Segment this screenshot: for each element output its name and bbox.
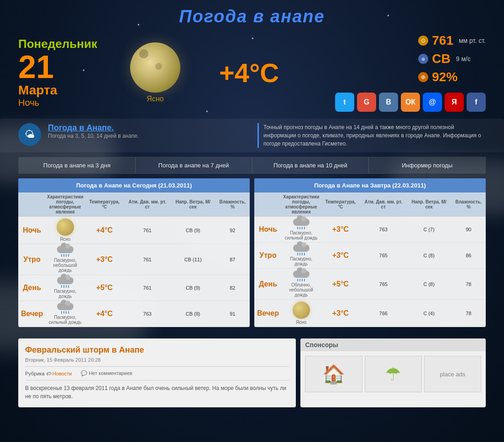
house-icon: 🏠 [322, 364, 345, 385]
icon-cell: Ясно [46, 217, 84, 244]
humidity-cell: 87 [215, 244, 250, 275]
umbrella-icon: ☂ [385, 364, 401, 385]
sponsors-title: Спонсоры [300, 338, 486, 351]
table-row: Вечер Ясно +3°C 766 С (4) 78 [254, 300, 486, 327]
temp-cell: +3°C [320, 300, 360, 327]
month-name: Марта [18, 83, 110, 98]
sponsor-house[interactable]: 🏠 [305, 356, 362, 392]
sponsors-grid: 🏠 ☂ place ads [305, 356, 481, 392]
logo-title[interactable]: Погода в Анапе. [48, 123, 248, 133]
metrics-block: ⊙ 761 мм рт. ст. ⊛ СВ 9 м/с ⊕ 92% [418, 33, 486, 84]
bottom-section: Февральский шторм в Анапе Вторник, 15 Фе… [0, 332, 504, 414]
condition-cell: Ясно [284, 320, 318, 325]
nav-10days[interactable]: Погода в анапе на 10 дней [252, 157, 369, 173]
wind-cell: СВ (9) [170, 275, 215, 301]
news-meta-row: Рубрика 🏷 Новости 💬 Нет комментариев [25, 370, 289, 376]
humidity-cell: 86 [452, 243, 486, 269]
pressure-row: ⊙ 761 мм рт. ст. [418, 33, 486, 48]
vk-button[interactable]: В [379, 93, 398, 112]
humidity-row: ⊕ 92% [418, 70, 486, 84]
wind-cell: С (8) [406, 243, 451, 269]
table-row: Ночь Пасмурно, сильный дождь +3°C 763 С … [254, 217, 486, 243]
tomorrow-table: Характеристики погоды, атмосферные явлен… [254, 192, 486, 327]
logo-subtitle: Погода на 3, 5, 10, 14 дней в анапе. [48, 133, 248, 139]
table-row: Утро Пасмурно, дождь +3°C 765 С (8) 86 [254, 243, 486, 269]
news-category-icon: 🏷 [46, 371, 52, 376]
humidity-icon: ⊕ [418, 72, 428, 82]
news-title[interactable]: Февральский шторм в Анапе [25, 345, 289, 355]
wind-cell: С (4) [406, 300, 451, 327]
condition-cell: Пасмурно, дождь [284, 256, 318, 266]
twitter-button[interactable]: t [335, 93, 354, 112]
wind-cell: С (7) [406, 217, 451, 243]
period-cell: Вечер [254, 300, 282, 327]
col-wind: Напр. Ветра, М/сек [170, 192, 215, 217]
temp-cell: +4°C [84, 301, 124, 327]
period-cell: Ночь [18, 217, 46, 244]
col-humidity: Влажность, % [215, 192, 250, 217]
pressure-cell: 761 [124, 244, 170, 275]
news-category-link[interactable]: Новости [52, 371, 72, 376]
google-button[interactable]: G [357, 93, 376, 112]
condition-cell: Ясно [48, 237, 82, 242]
pressure-cell: 761 [124, 275, 170, 301]
col-pressure: Атм. Дав. мм. рт. ст [124, 192, 170, 217]
col-characteristics: Характеристики погоды, атмосферные явлен… [282, 192, 320, 217]
table-row: День Облачно, небольшой дождь +5°C 765 С… [254, 269, 486, 300]
page-header: Погода в анапе [0, 0, 504, 29]
icon-cell: Пасмурно, дождь [46, 275, 84, 301]
icon-cell: Пасмурно, сильный дождь [46, 301, 84, 327]
weather-tables: Погода в Анапе на Сегодня (21.03.2011) Х… [0, 178, 504, 327]
pressure-cell: 761 [124, 217, 170, 244]
period-cell: День [18, 275, 46, 301]
condition-cell: Пасмурно, сильный дождь [48, 315, 82, 325]
weather-summary: Понедельник 21 Марта Ночь Ясно +4°C ⊙ 76… [0, 29, 504, 116]
nav-informer[interactable]: Информер погоды [369, 157, 485, 173]
news-divider [25, 366, 289, 367]
temp-cell: +5°C [320, 269, 360, 300]
news-text: В воскресенье 13 февраля 2011 года в Ана… [25, 384, 289, 400]
wind-cell: СВ (11) [170, 244, 215, 275]
col-temp: Температура, °С [84, 192, 124, 217]
period-cell: Ночь [254, 217, 282, 243]
col-period [18, 192, 46, 217]
col-period [254, 192, 282, 217]
day-number: 21 [18, 51, 110, 83]
sponsor-umbrella[interactable]: ☂ [365, 356, 422, 392]
site-description: 🌤 Погода в Анапе. Погода на 3, 5, 10, 14… [0, 119, 504, 152]
sponsors-block: Спонсоры 🏠 ☂ place ads [300, 338, 486, 407]
temp-cell: +3°C [320, 217, 360, 243]
tomorrow-card-title: Погода в Анапе на Завтра (22.03.2011) [254, 178, 486, 192]
nav-3days[interactable]: Погода в анапе на 3 дня [19, 157, 136, 173]
yandex-button[interactable]: Я [445, 93, 464, 112]
logo-text: Погода в Анапе. Погода на 3, 5, 10, 14 д… [48, 123, 248, 139]
icon-cell: Пасмурно, небольшой дождь [46, 244, 84, 275]
temp-cell: +5°C [84, 275, 124, 301]
col-characteristics: Характеристики погоды, атмосферные явлен… [46, 192, 84, 217]
temp-cell: +3°C [84, 244, 124, 275]
period-cell: Вечер [18, 301, 46, 327]
col-humidity: Влажность, % [452, 192, 486, 217]
mail-button[interactable]: @ [423, 93, 442, 112]
moon-display: Ясно [123, 41, 187, 104]
main-condition: Ясно [130, 95, 180, 103]
comment-icon: 💬 [81, 370, 89, 376]
humidity-cell: 91 [215, 301, 250, 327]
humidity-cell: 78 [452, 300, 486, 327]
news-date: Вторник, 15 Февраль 2011 20:28 [25, 357, 289, 363]
col-wind: Напр. Ветра, М/сек [406, 192, 451, 217]
sponsor-place-ads[interactable]: place ads [424, 356, 481, 392]
temp-cell: +4°C [84, 217, 124, 244]
barometer-icon: ⊙ [418, 36, 428, 46]
humidity-cell: 90 [452, 217, 486, 243]
pressure-cell: 765 [360, 243, 406, 269]
nav-7days[interactable]: Погода в анапе на 7 дней [136, 157, 252, 173]
humidity-value: 92% [432, 70, 457, 84]
facebook-button[interactable]: f [467, 93, 486, 112]
news-block: Февральский шторм в Анапе Вторник, 15 Фе… [18, 338, 296, 407]
date-block: Понедельник 21 Марта Ночь [18, 37, 110, 108]
wind-row: ⊛ СВ 9 м/с [418, 52, 486, 66]
icon-cell: Пасмурно, дождь [282, 243, 320, 269]
today-table: Характеристики погоды, атмосферные явлен… [18, 192, 250, 327]
ok-button[interactable]: ОК [401, 93, 420, 112]
